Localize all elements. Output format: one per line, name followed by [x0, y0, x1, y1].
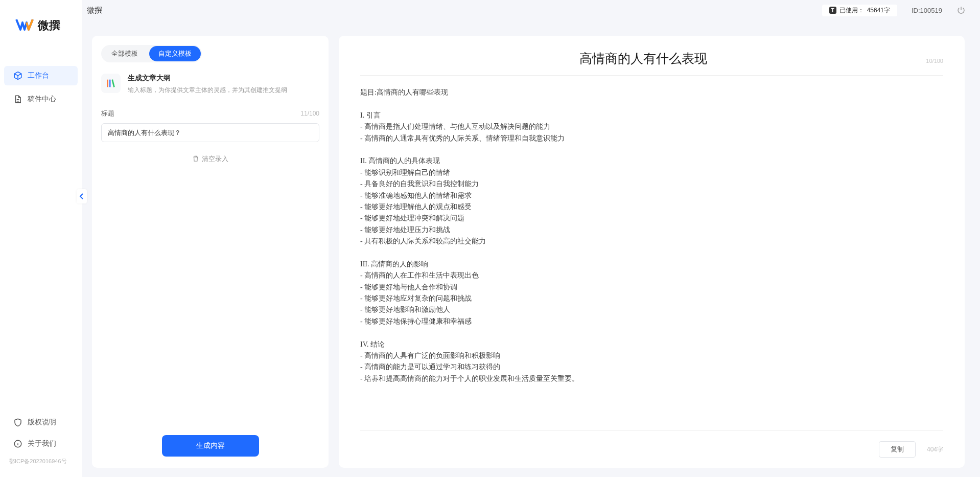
copy-button[interactable]: 复制: [879, 441, 916, 458]
sidebar-item-label: 关于我们: [28, 439, 56, 448]
template-icon: [101, 74, 121, 93]
topbar-right: T 已使用： 45641字 ID:100519: [822, 5, 966, 16]
document-title-count: 10/100: [926, 58, 943, 64]
tab-custom-templates[interactable]: 自定义模板: [149, 46, 201, 61]
doc-footer: 复制 404字: [360, 430, 943, 458]
user-id: ID:100519: [912, 7, 942, 14]
app-root: 微撰 工作台 稿件中心 版权说明: [0, 0, 980, 477]
sidebar-item-label: 版权说明: [28, 418, 56, 427]
document-body[interactable]: 题目:高情商的人有哪些表现 I. 引言 - 高情商是指人们处理情绪、与他人互动以…: [360, 87, 943, 430]
sidebar-nav: 工作台 稿件中心: [0, 66, 82, 413]
input-panel: 全部模板 自定义模板 生成文章大纲 输入标题，为你提供文章主体的灵感，并为其创建…: [92, 36, 329, 468]
template-tabs: 全部模板 自定义模板: [101, 45, 202, 62]
sidebar: 微撰 工作台 稿件中心 版权说明: [0, 0, 82, 477]
output-panel: 高情商的人有什么表现 10/100 题目:高情商的人有哪些表现 I. 引言 - …: [339, 36, 965, 468]
word-count: 404字: [927, 445, 943, 454]
template-info: 生成文章大纲 输入标题，为你提供文章主体的灵感，并为其创建推文提纲: [128, 74, 319, 95]
generate-button[interactable]: 生成内容: [162, 435, 259, 457]
doc-icon: [13, 95, 22, 104]
template-desc: 输入标题，为你提供文章主体的灵感，并为其创建推文提纲: [128, 86, 319, 95]
sidebar-item-label: 工作台: [28, 71, 49, 80]
clear-label: 清空录入: [202, 154, 228, 164]
icp-text: 鄂ICP备2022016946号: [0, 456, 82, 469]
sidebar-item-about[interactable]: 关于我们: [4, 434, 78, 453]
brand-name: 微撰: [38, 18, 60, 33]
usage-chip[interactable]: T 已使用： 45641字: [822, 5, 897, 16]
power-button[interactable]: [956, 6, 966, 15]
tab-all-templates[interactable]: 全部模板: [102, 46, 147, 61]
topbar: 微撰 T 已使用： 45641字 ID:100519: [82, 0, 980, 20]
content-row: 全部模板 自定义模板 生成文章大纲 输入标题，为你提供文章主体的灵感，并为其创建…: [82, 20, 980, 477]
document-title[interactable]: 高情商的人有什么表现: [360, 50, 926, 67]
main-area: 微撰 T 已使用： 45641字 ID:100519 全部模板 自定义模: [82, 0, 980, 477]
usage-label: 已使用：: [839, 6, 864, 15]
trash-icon: [192, 155, 199, 164]
logo-icon: [15, 15, 34, 35]
title-field-count: 11/100: [300, 110, 319, 117]
text-icon: T: [829, 7, 836, 14]
sidebar-item-workbench[interactable]: 工作台: [4, 66, 78, 85]
clear-button[interactable]: 清空录入: [101, 154, 319, 164]
usage-value: 45641字: [867, 6, 890, 15]
shield-icon: [13, 418, 22, 427]
sidebar-collapse-handle[interactable]: [77, 189, 87, 203]
title-field-label: 标题: [101, 109, 114, 118]
info-icon: [13, 439, 22, 448]
sidebar-item-label: 稿件中心: [28, 95, 56, 104]
sidebar-item-drafts[interactable]: 稿件中心: [4, 89, 78, 109]
template-title: 生成文章大纲: [128, 74, 319, 83]
cube-icon: [13, 71, 22, 80]
title-field-header: 标题 11/100: [101, 109, 319, 118]
page-title: 微撰: [87, 6, 102, 15]
sidebar-item-copyright[interactable]: 版权说明: [4, 413, 78, 432]
title-input[interactable]: [101, 123, 319, 142]
doc-title-row: 高情商的人有什么表现 10/100: [360, 50, 943, 76]
sidebar-footer: 版权说明 关于我们 鄂ICP备2022016946号: [0, 413, 82, 477]
template-card: 生成文章大纲 输入标题，为你提供文章主体的灵感，并为其创建推文提纲: [101, 74, 319, 95]
brand-logo: 微撰: [0, 15, 82, 66]
